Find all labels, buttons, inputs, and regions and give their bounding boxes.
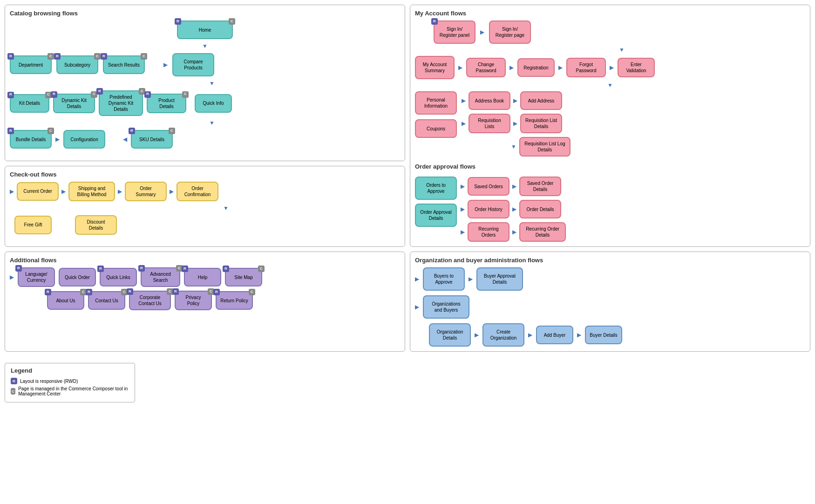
- arrow: ▶: [170, 189, 174, 194]
- arrow: ▶: [469, 276, 473, 282]
- sku-details-node[interactable]: R C SKU Details: [131, 130, 173, 149]
- arrow: ▼: [511, 144, 516, 150]
- arrow-down: ▼: [10, 43, 400, 49]
- corporate-contact-us-node[interactable]: R C Corporate Contact Us: [129, 291, 171, 310]
- enter-validation-node[interactable]: Enter Validation: [618, 58, 655, 77]
- orders-to-approve-node[interactable]: Orders to Approve: [415, 177, 457, 200]
- arrow: ◀: [123, 136, 127, 142]
- kit-details-node[interactable]: R C Kit Details: [10, 94, 49, 113]
- buyers-to-approve-node[interactable]: Buyers to Approve: [423, 267, 465, 291]
- recurring-orders-node[interactable]: Recurring Orders: [468, 222, 509, 242]
- quick-links-node[interactable]: R Quick Links: [100, 268, 137, 286]
- catalog-section: Catalog browsing flows R C Home ▼ R: [5, 5, 405, 161]
- product-details-node[interactable]: R C Product Details: [147, 94, 186, 113]
- change-password-node[interactable]: Change Password: [466, 58, 506, 77]
- home-node[interactable]: R C Home: [177, 20, 233, 39]
- privacy-policy-node[interactable]: R C Privacy Policy: [175, 291, 212, 310]
- coupons-node[interactable]: Coupons: [415, 119, 457, 138]
- arrow-down2: ▼: [24, 80, 400, 87]
- checkout-section: Check-out flows ▶ Current Order ▶ Shippi…: [5, 166, 405, 247]
- org-title: Organization and buyer administration fl…: [415, 257, 805, 264]
- help-node[interactable]: R Help: [184, 268, 221, 286]
- r-badge: R: [213, 289, 220, 295]
- compare-products-node[interactable]: Compare Products: [172, 53, 214, 76]
- site-map-node[interactable]: R C Site Map: [225, 268, 262, 286]
- arrow-down3: ▼: [24, 120, 400, 126]
- r-badge: R: [223, 266, 229, 272]
- arrow: ▶: [461, 229, 465, 235]
- arrow: ▶: [462, 98, 466, 103]
- legend-c-item: C Page is managed in the Commerce Compos…: [11, 386, 129, 396]
- forgot-password-node[interactable]: Forgot Password: [566, 58, 606, 77]
- contact-us-node[interactable]: R C Contact Us: [88, 291, 125, 310]
- r-badge: R: [7, 92, 14, 98]
- arrow: ▶: [480, 29, 484, 35]
- catalog-title: Catalog browsing flows: [10, 10, 400, 17]
- recurring-order-details-node[interactable]: Recurring Order Details: [519, 222, 566, 242]
- return-policy-node[interactable]: R C Return Policy: [216, 291, 253, 310]
- saved-order-details-node[interactable]: Saved Order Details: [519, 177, 561, 196]
- account-summary-node[interactable]: My Account Summary: [415, 56, 455, 79]
- r-badge: R: [45, 289, 51, 295]
- arrow: ▶: [415, 304, 419, 310]
- current-order-node[interactable]: Current Order: [17, 182, 59, 201]
- organizations-buyers-node[interactable]: Organizations and Buyers: [423, 295, 469, 319]
- req-log-details-node[interactable]: Requisition List Log Details: [519, 137, 570, 157]
- signin-panel-node[interactable]: R Sign In/ Register panel: [434, 20, 475, 44]
- quick-order-node[interactable]: Quick Order: [59, 268, 96, 286]
- dynamic-kit-node[interactable]: R C Dynamic Kit Details: [53, 94, 95, 113]
- free-gift-node[interactable]: Free Gift: [14, 216, 52, 234]
- advanced-search-node[interactable]: R C Advanced Search: [141, 267, 180, 287]
- bundle-details-node[interactable]: R C Bundle Details: [10, 130, 52, 149]
- r-badge: R: [54, 53, 61, 60]
- configuration-node[interactable]: Configuration: [63, 130, 105, 149]
- r-badge: R: [86, 289, 92, 295]
- search-results-node[interactable]: R C Search Results: [103, 55, 145, 74]
- r-badge: R: [175, 18, 181, 25]
- additional-section: Additional flows ▶ R Language/ Currency …: [5, 252, 405, 352]
- order-confirmation-node[interactable]: Order Confirmation: [177, 182, 218, 201]
- saved-orders-node[interactable]: Saved Orders: [468, 177, 509, 196]
- registration-node[interactable]: Registration: [517, 58, 555, 77]
- personal-info-node[interactable]: Personal Information: [415, 91, 457, 115]
- legend-c-badge: C: [11, 388, 15, 395]
- req-list-details-node[interactable]: Requisition List Details: [520, 114, 562, 133]
- create-org-node[interactable]: Create Organization: [482, 323, 524, 347]
- arrow: ▶: [55, 136, 60, 142]
- shipping-billing-node[interactable]: Shipping and Billing Method: [68, 182, 115, 201]
- predefined-kit-node[interactable]: R C Predefined Dynamic Kit Details: [99, 90, 143, 116]
- r-badge: R: [7, 128, 14, 134]
- subcategory-node[interactable]: R C Subcategory: [56, 55, 98, 74]
- requisition-lists-node[interactable]: Requisition Lists: [469, 114, 510, 133]
- arrow: ▶: [475, 332, 479, 338]
- arrow: ▶: [163, 62, 168, 68]
- order-summary-node[interactable]: Order Summary: [125, 182, 167, 201]
- order-history-node[interactable]: Order History: [468, 200, 509, 218]
- address-book-node[interactable]: Address Book: [469, 91, 510, 110]
- add-buyer-node[interactable]: Add Buyer: [536, 326, 573, 344]
- buyer-details-node[interactable]: Buyer Details: [585, 326, 622, 344]
- myaccount-title: My Account flows: [415, 10, 805, 17]
- r-badge: R: [172, 288, 179, 295]
- order-details-node[interactable]: Order Details: [519, 200, 561, 218]
- arrow: ▶: [528, 332, 532, 338]
- arrow: ▶: [558, 65, 563, 70]
- order-approval-details-node[interactable]: Order Approval Details: [415, 204, 457, 227]
- add-address-node[interactable]: Add Address: [520, 91, 562, 110]
- r-badge: R: [138, 265, 145, 272]
- discount-details-node[interactable]: Discount Details: [75, 215, 117, 235]
- department-node[interactable]: R C Department: [10, 55, 52, 74]
- quick-info-node[interactable]: Quick Info: [195, 94, 232, 113]
- r-badge: R: [431, 18, 438, 25]
- org-details-node[interactable]: Organization Details: [429, 323, 471, 347]
- r-badge: R: [129, 128, 135, 134]
- arrow: ▶: [513, 98, 517, 103]
- legend-title: Legend: [11, 367, 129, 374]
- c-badge: C: [141, 53, 147, 60]
- checkout-title: Check-out flows: [10, 171, 400, 178]
- about-us-node[interactable]: R C About Us: [47, 291, 84, 310]
- additional-title: Additional flows: [10, 257, 400, 264]
- language-currency-node[interactable]: R Language/ Currency: [18, 267, 55, 287]
- buyer-approval-details-node[interactable]: Buyer Approval Details: [476, 267, 523, 291]
- signin-page-node[interactable]: Sign In/ Register page: [489, 20, 531, 44]
